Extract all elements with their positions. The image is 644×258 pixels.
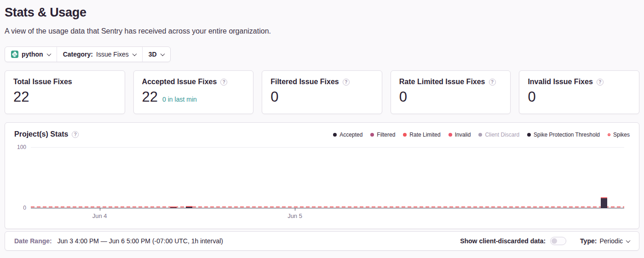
chevron-down-icon bbox=[626, 238, 631, 243]
stat-card-value: 0 bbox=[399, 89, 407, 105]
chart-footer-bar: Date Range: Jun 3 4:00 PM — Jun 6 5:00 P… bbox=[5, 231, 639, 251]
legend-label: Client Discard bbox=[485, 132, 519, 138]
python-icon bbox=[11, 51, 18, 58]
stat-card-accepted: Accepted Issue Fixes 22 0 in last min bbox=[133, 70, 254, 114]
stat-card-value: 0 bbox=[270, 89, 278, 105]
stat-cards-row: Total Issue Fixes 22 Accepted Issue Fixe… bbox=[5, 70, 639, 114]
chevron-down-icon bbox=[132, 52, 137, 56]
help-icon[interactable] bbox=[597, 79, 604, 86]
project-stats-chart-card: Project(s) Stats AcceptedFilteredRate Li… bbox=[5, 122, 639, 229]
spike-protection-threshold-line bbox=[31, 206, 624, 207]
stat-card-value: 22 bbox=[13, 89, 29, 105]
y-axis-tick-0: 0 bbox=[23, 205, 26, 211]
help-icon[interactable] bbox=[489, 79, 496, 86]
date-range-value: Jun 3 4:00 PM — Jun 6 5:00 PM (-07:00 UT… bbox=[58, 237, 223, 245]
date-range-filter-value: 3D bbox=[149, 51, 157, 58]
legend-dot-icon bbox=[370, 133, 374, 137]
toggle-knob-icon bbox=[552, 238, 557, 244]
stat-card-rate-limited: Rate Limited Issue Fixes 0 bbox=[391, 70, 511, 114]
accepted-bar bbox=[170, 206, 177, 208]
date-range-filter-dropdown[interactable]: 3D bbox=[143, 47, 170, 62]
stat-card-value: 22 bbox=[142, 89, 158, 105]
accepted-bar bbox=[186, 206, 192, 208]
plot-area[interactable]: 100 0 Jun 4Jun 5 bbox=[31, 147, 624, 208]
category-filter-value: Issue Fixes bbox=[96, 51, 129, 58]
filter-bar: python Category: Issue Fixes 3D bbox=[5, 46, 171, 62]
chevron-down-icon bbox=[160, 52, 165, 56]
x-axis-line bbox=[31, 208, 624, 208]
legend-label: Invalid bbox=[455, 132, 471, 138]
help-icon[interactable] bbox=[72, 131, 79, 138]
chevron-down-icon bbox=[46, 52, 51, 56]
stats-usage-page: Stats & Usage A view of the usage data t… bbox=[0, 0, 644, 251]
type-label: Type: bbox=[580, 237, 597, 245]
stat-card-invalid: Invalid Issue Fixes 0 bbox=[519, 70, 639, 114]
legend-item[interactable]: Spikes bbox=[608, 132, 630, 138]
legend-label: Filtered bbox=[377, 132, 395, 138]
legend-dot-icon bbox=[527, 133, 531, 137]
type-dropdown[interactable]: Type: Periodic bbox=[580, 237, 630, 245]
legend-item[interactable]: Spike Protection Threshold bbox=[527, 132, 600, 138]
stat-card-label: Total Issue Fixes bbox=[13, 78, 72, 86]
legend-dot-icon bbox=[448, 133, 452, 137]
legend-dot-icon bbox=[403, 133, 407, 137]
category-filter-dropdown[interactable]: Category: Issue Fixes bbox=[57, 47, 143, 62]
legend-item[interactable]: Rate Limited bbox=[403, 132, 440, 138]
stat-card-label: Rate Limited Issue Fixes bbox=[399, 78, 485, 86]
stat-card-label: Accepted Issue Fixes bbox=[142, 78, 217, 86]
legend-item[interactable]: Invalid bbox=[448, 132, 471, 138]
category-filter-label: Category: bbox=[63, 51, 93, 58]
legend-label: Accepted bbox=[339, 132, 362, 138]
x-axis-tick-label: Jun 5 bbox=[288, 212, 302, 219]
gridline-100 bbox=[31, 147, 624, 148]
legend-label: Spikes bbox=[613, 132, 630, 138]
legend-dot-icon bbox=[478, 133, 482, 137]
help-icon[interactable] bbox=[220, 79, 227, 86]
stat-card-filtered: Filtered Issue Fixes 0 bbox=[262, 70, 382, 114]
type-value: Periodic bbox=[599, 237, 623, 245]
legend-item[interactable]: Client Discard bbox=[478, 132, 519, 138]
legend-item[interactable]: Filtered bbox=[370, 132, 395, 138]
stat-card-label: Invalid Issue Fixes bbox=[528, 78, 592, 86]
y-axis-tick-100: 100 bbox=[17, 144, 26, 150]
client-discard-toggle-label: Show client-discarded data: bbox=[460, 237, 546, 245]
accepted-bar bbox=[601, 197, 607, 208]
legend-dot-icon bbox=[333, 133, 337, 137]
project-filter-dropdown[interactable]: python bbox=[5, 47, 57, 62]
help-icon[interactable] bbox=[343, 79, 350, 86]
stat-card-label: Filtered Issue Fixes bbox=[270, 78, 339, 86]
date-range-label: Date Range: bbox=[14, 237, 52, 245]
client-discard-toggle[interactable] bbox=[550, 237, 566, 245]
x-axis-tick-mark bbox=[295, 208, 295, 211]
legend-item[interactable]: Accepted bbox=[333, 132, 362, 138]
stat-card-last-min: 0 in last min bbox=[162, 96, 197, 103]
x-axis-tick-label: Jun 4 bbox=[92, 212, 107, 219]
x-axis-tick-mark bbox=[100, 208, 100, 211]
stat-card-total: Total Issue Fixes 22 bbox=[5, 70, 125, 114]
legend-dot-icon bbox=[608, 133, 610, 136]
chart-title: Project(s) Stats bbox=[14, 130, 68, 138]
stat-card-value: 0 bbox=[528, 89, 535, 105]
page-subtitle: A view of the usage data that Sentry has… bbox=[5, 27, 639, 35]
legend-label: Spike Protection Threshold bbox=[534, 132, 600, 138]
chart-legend: AcceptedFilteredRate LimitedInvalidClien… bbox=[333, 132, 630, 138]
legend-label: Rate Limited bbox=[409, 132, 440, 138]
project-filter-label: python bbox=[22, 51, 43, 58]
page-title: Stats & Usage bbox=[5, 6, 639, 20]
